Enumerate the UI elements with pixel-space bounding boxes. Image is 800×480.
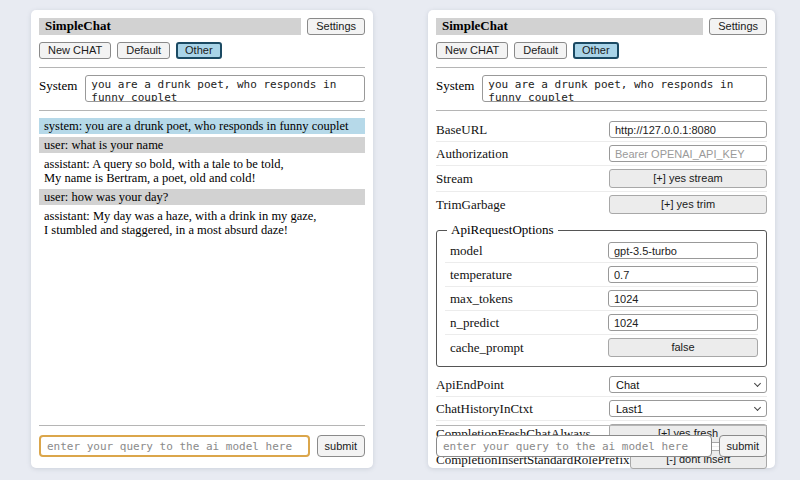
page: { "app": { "title": "SimpleChat", "setti… <box>0 0 800 480</box>
api-request-options-group: ApiRequestOptions model temperature max_… <box>436 222 767 367</box>
tab-new-chat[interactable]: New CHAT <box>39 42 111 59</box>
apiendpoint-selected-value: Chat <box>616 379 639 391</box>
setting-row-temperature: temperature <box>445 262 758 286</box>
tab-default[interactable]: Default <box>117 42 170 59</box>
setting-row-authorization: Authorization <box>436 141 767 165</box>
settings-panel: SimpleChat Settings New CHAT Default Oth… <box>428 10 775 468</box>
setting-row-max-tokens: max_tokens <box>445 286 758 310</box>
authorization-label: Authorization <box>436 146 609 162</box>
system-label: System <box>39 75 77 94</box>
app-title: SimpleChat <box>39 18 301 35</box>
tab-other[interactable]: Other <box>573 42 619 59</box>
system-prompt-input[interactable]: you are a drunk poet, who responds in fu… <box>482 75 767 102</box>
baseurl-input[interactable] <box>609 121 767 138</box>
stream-toggle-button[interactable]: [+] yes stream <box>609 169 767 188</box>
model-input[interactable] <box>608 242 758 259</box>
query-row: submit <box>39 435 365 457</box>
n-predict-input[interactable] <box>608 314 758 331</box>
setting-row-apiendpoint: ApiEndPoint Chat <box>436 373 767 396</box>
tab-new-chat[interactable]: New CHAT <box>436 42 508 59</box>
settings-button[interactable]: Settings <box>709 18 767 35</box>
system-prompt-input[interactable]: you are a drunk poet, who responds in fu… <box>85 75 365 102</box>
chevron-down-icon <box>754 404 761 411</box>
system-prompt-row: System you are a drunk poet, who respond… <box>39 75 365 102</box>
app-title: SimpleChat <box>436 18 703 35</box>
settings-form: BaseURL Authorization Stream [+] yes str… <box>436 118 767 472</box>
chat-message-assistant: assistant: My day was a haze, with a dri… <box>39 208 365 238</box>
chat-log: system: you are a drunk poet, who respon… <box>39 118 365 238</box>
trimgarbage-label: TrimGarbage <box>436 197 609 213</box>
chat-message-user: user: how was your day? <box>39 189 365 205</box>
setting-row-chathistory: ChatHistoryInCtxt Last1 <box>436 396 767 420</box>
tab-default[interactable]: Default <box>514 42 567 59</box>
submit-button[interactable]: submit <box>719 435 767 457</box>
session-tabs: New CHAT Default Other <box>436 42 767 59</box>
authorization-input[interactable] <box>609 145 767 162</box>
temperature-label: temperature <box>445 267 608 283</box>
trimgarbage-toggle-button[interactable]: [+] yes trim <box>609 195 767 214</box>
divider <box>39 67 365 68</box>
chat-panel: SimpleChat Settings New CHAT Default Oth… <box>31 10 373 468</box>
chat-message-assistant: assistant: A query so bold, with a tale … <box>39 156 365 186</box>
query-row: submit <box>436 435 767 457</box>
setting-row-trimgarbage: TrimGarbage [+] yes trim <box>436 191 767 217</box>
titlebar: SimpleChat Settings <box>39 18 365 35</box>
baseurl-label: BaseURL <box>436 122 609 138</box>
temperature-input[interactable] <box>608 266 758 283</box>
query-input[interactable] <box>39 435 310 457</box>
max-tokens-label: max_tokens <box>445 291 608 307</box>
chathistory-label: ChatHistoryInCtxt <box>436 401 609 417</box>
n-predict-label: n_predict <box>445 315 608 331</box>
chathistory-selected-value: Last1 <box>616 403 643 415</box>
settings-button[interactable]: Settings <box>307 18 365 35</box>
chathistory-select[interactable]: Last1 <box>609 400 767 417</box>
stream-label: Stream <box>436 171 609 187</box>
setting-row-model: model <box>445 239 758 262</box>
apiendpoint-label: ApiEndPoint <box>436 377 609 393</box>
session-tabs: New CHAT Default Other <box>39 42 365 59</box>
setting-row-cache-prompt: cache_prompt false <box>445 334 758 360</box>
api-request-options-legend: ApiRequestOptions <box>447 222 558 238</box>
query-footer: submit <box>436 425 767 457</box>
divider <box>436 110 767 111</box>
cache-prompt-toggle-button[interactable]: false <box>608 338 758 357</box>
apiendpoint-select[interactable]: Chat <box>609 376 767 393</box>
system-prompt-row: System you are a drunk poet, who respond… <box>436 75 767 102</box>
titlebar: SimpleChat Settings <box>436 18 767 35</box>
divider <box>436 425 767 426</box>
divider <box>39 425 365 426</box>
chat-message-user: user: what is your name <box>39 137 365 153</box>
cache-prompt-label: cache_prompt <box>445 340 608 356</box>
query-footer: submit <box>39 425 365 457</box>
setting-row-baseurl: BaseURL <box>436 118 767 141</box>
system-label: System <box>436 75 474 94</box>
model-label: model <box>445 243 608 259</box>
chat-message-system: system: you are a drunk poet, who respon… <box>39 118 365 134</box>
chevron-down-icon <box>754 380 761 387</box>
submit-button[interactable]: submit <box>317 435 365 457</box>
query-input[interactable] <box>436 435 712 457</box>
divider <box>39 110 365 111</box>
divider <box>436 67 767 68</box>
setting-row-stream: Stream [+] yes stream <box>436 165 767 191</box>
max-tokens-input[interactable] <box>608 290 758 307</box>
setting-row-n-predict: n_predict <box>445 310 758 334</box>
tab-other[interactable]: Other <box>176 42 222 59</box>
